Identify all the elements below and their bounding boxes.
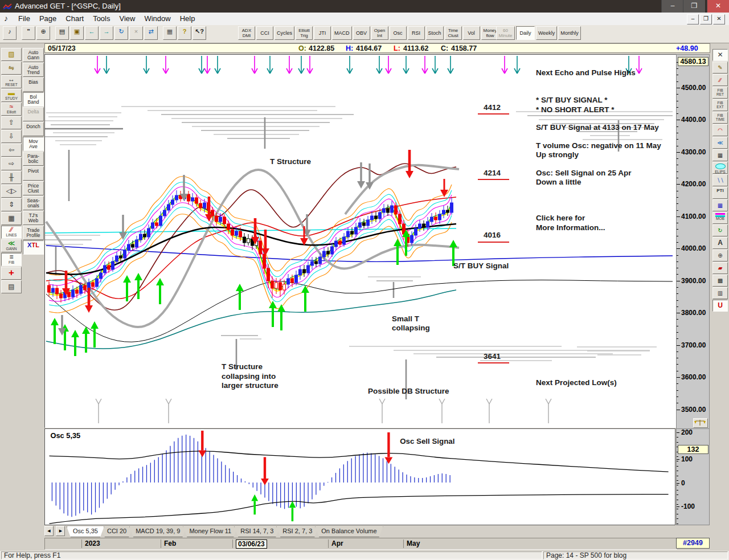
tab-cci[interactable]: CCI 20 <box>101 526 133 537</box>
menu-page[interactable]: Page <box>35 13 61 24</box>
tf-weekly-button[interactable]: Weekly <box>536 26 557 40</box>
delete-x-button[interactable]: ✕ <box>712 49 728 61</box>
tab-rsi2[interactable]: RSI 2, 7, 3 <box>276 526 318 537</box>
text-tool-button[interactable]: A <box>712 237 728 249</box>
auto-gann-button[interactable]: AutoGann <box>23 48 44 62</box>
auto-trend-button[interactable]: AutoTrend <box>23 63 44 77</box>
fib-arc-button[interactable]: ◠ <box>712 124 728 136</box>
oscillator-pane[interactable]: Osc 5,35Osc Sell Signal <box>44 428 675 525</box>
new-page-icon[interactable]: ▤ <box>55 26 69 40</box>
study-button[interactable]: ▬STUDY <box>1 89 22 102</box>
pattern-button[interactable]: ▩ <box>712 275 728 287</box>
arrow-down-button[interactable]: ⇩ <box>1 130 22 143</box>
grid-button[interactable]: ▦ <box>1 212 22 225</box>
refresh-data-button[interactable]: ↻ <box>712 224 728 236</box>
tab-moneyflow[interactable]: Money Flow 11 <box>183 526 237 537</box>
ellipse-tool-button[interactable]: ELIPS <box>712 162 728 174</box>
menu-window[interactable]: Window <box>140 13 175 24</box>
donch-button[interactable]: Donch <box>23 122 44 136</box>
close-button[interactable]: ✕ <box>707 0 729 13</box>
menu-view[interactable]: View <box>114 13 140 24</box>
fib-retracement-button[interactable]: FIBRET <box>712 87 728 99</box>
rsi-button[interactable]: RSI <box>408 26 425 40</box>
context-help-icon[interactable]: ↖? <box>193 26 206 40</box>
seasonals-button[interactable]: Seas-onals <box>23 196 44 210</box>
zoom-tool-icon[interactable]: ⊕ <box>36 26 50 40</box>
zoom-in-button[interactable]: ⊕ <box>712 250 728 261</box>
trade-profile-button[interactable]: TradeProfile <box>23 226 44 240</box>
mdi-minimize-button[interactable]: – <box>687 14 699 24</box>
parabolic-button[interactable]: Para-bolic <box>23 152 44 166</box>
main-price-chart[interactable]: Next Echo and Pulse Highs* S/T BUY SIGNA… <box>44 54 676 428</box>
menu-file[interactable]: File <box>14 13 35 24</box>
quotes-icon[interactable]: ” <box>22 26 35 40</box>
menu-tools[interactable]: Tools <box>88 13 114 24</box>
get-pin-tool-icon[interactable]: ♪ <box>3 26 17 40</box>
vol-button[interactable]: Vol <box>463 26 480 40</box>
gann-button[interactable]: ≪GANN <box>1 239 22 252</box>
page-back-icon[interactable]: ← <box>85 26 99 40</box>
tf-daily-button[interactable]: Daily <box>516 26 535 40</box>
pti-button[interactable]: PTI <box>712 187 728 199</box>
fib-button[interactable]: ≡FIB <box>1 253 22 266</box>
regression-lines-button[interactable]: ∖∖ <box>712 174 728 186</box>
tjs-web-button[interactable]: TJ'sWeb <box>23 211 44 225</box>
tab-scroll-left[interactable]: ◀ <box>44 526 54 536</box>
copy-chart-button[interactable]: ▥ <box>712 287 728 299</box>
cycles-button[interactable]: Cycles <box>275 26 294 40</box>
tab-rsi14[interactable]: RSI 14, 7, 3 <box>234 526 280 537</box>
arrow-left-button[interactable]: ⇦ <box>1 144 22 157</box>
tab-scroll-right[interactable]: ▶ <box>56 526 65 536</box>
macd-button[interactable]: MACD <box>332 26 352 40</box>
open-int-button[interactable]: OpenInt <box>371 26 388 40</box>
delta-button[interactable]: Delta <box>23 107 44 121</box>
stoch-button[interactable]: Stoch <box>426 26 444 40</box>
tab-obv[interactable]: On Balance Volume <box>315 526 383 537</box>
expand-bars-button[interactable]: ◁▷ <box>1 185 22 198</box>
crosshair-button[interactable]: + <box>1 267 22 280</box>
bol-band-button[interactable]: BolBand <box>23 92 44 107</box>
magnet-u-button[interactable]: U <box>712 300 728 312</box>
price-clust-button[interactable]: PriceClust <box>23 181 44 195</box>
scale-settings-button[interactable] <box>693 418 708 428</box>
time-clust-button[interactable]: TimeClust <box>445 26 462 40</box>
page-forward-icon[interactable]: → <box>100 26 113 40</box>
trend-lines-button[interactable]: ∕∕ <box>712 74 728 86</box>
jti-button[interactable]: JTI <box>314 26 331 40</box>
save-page-icon[interactable]: ▣ <box>70 26 84 40</box>
vertical-fit-button[interactable]: ⇕ <box>1 198 22 211</box>
print-icon[interactable]: ▦ <box>163 26 177 40</box>
pivot-button[interactable]: Pivot <box>23 166 44 181</box>
compress-bars-button[interactable]: ╫ <box>1 171 22 184</box>
minimize-button[interactable]: – <box>661 0 683 13</box>
grid-blue-button[interactable]: ▦ <box>712 199 728 211</box>
page-setup-icon[interactable]: ⇄ <box>144 26 158 40</box>
menu-chart[interactable]: Chart <box>61 13 88 24</box>
elliott-button[interactable]: ≈Elliott <box>1 103 22 116</box>
cci-button[interactable]: CCI <box>256 26 273 40</box>
restore-button[interactable]: ❐ <box>683 0 705 13</box>
pencil-button[interactable]: ✎ <box>712 62 728 73</box>
quote-scales-button[interactable]: ⇋ <box>1 62 22 75</box>
mdi-close-button[interactable]: ✕ <box>713 14 725 24</box>
mdi-restore-button[interactable]: ❐ <box>700 14 712 24</box>
help-icon[interactable]: ? <box>178 26 191 40</box>
open-chart-button[interactable]: ▧ <box>1 48 22 61</box>
obv-button[interactable]: OBV <box>353 26 370 40</box>
adx-dmi-button[interactable]: ADXDMI <box>238 26 255 40</box>
lines-button[interactable]: ∕∕LINES <box>1 226 22 239</box>
tf-60min-button[interactable]: 60Minute <box>496 26 515 40</box>
fib-time-button[interactable]: FIBTIME <box>712 112 728 124</box>
grid-tool-button[interactable]: ▦ <box>712 149 728 161</box>
osc-button[interactable]: Osc <box>390 26 407 40</box>
mob-button[interactable]: MOB <box>712 212 728 224</box>
reset-button[interactable]: ↔RESET <box>1 75 22 88</box>
menu-help[interactable]: Help <box>175 13 200 24</box>
xtl-button[interactable]: XTL <box>23 240 44 255</box>
fib-extension-button[interactable]: FIBEXT <box>712 99 728 111</box>
tab-osc[interactable]: Osc 5,35 <box>67 526 104 537</box>
arrow-up-button[interactable]: ⇧ <box>1 116 22 129</box>
page-refresh-icon[interactable]: ↻ <box>114 26 128 40</box>
chart-notes-button[interactable]: ▤ <box>1 280 22 293</box>
fan-lines-button[interactable]: ≪ <box>712 137 728 149</box>
